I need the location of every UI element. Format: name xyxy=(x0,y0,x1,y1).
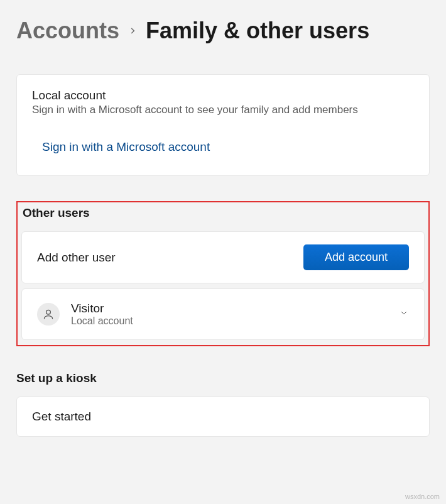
other-users-heading: Other users xyxy=(21,206,425,220)
local-account-title: Local account xyxy=(32,89,414,102)
breadcrumb: Accounts Family & other users xyxy=(16,18,430,44)
kiosk-section: Set up a kiosk Get started xyxy=(16,371,430,437)
user-name: Visitor xyxy=(71,302,133,315)
user-row-visitor[interactable]: Visitor Local account xyxy=(21,288,425,340)
local-account-card: Local account Sign in with a Microsoft a… xyxy=(16,74,430,176)
kiosk-get-started-row[interactable]: Get started xyxy=(16,397,430,437)
kiosk-heading: Set up a kiosk xyxy=(16,371,430,385)
chevron-down-icon[interactable] xyxy=(399,308,409,320)
other-users-section-highlight: Other users Add other user Add account V… xyxy=(16,201,430,346)
user-type: Local account xyxy=(71,315,133,327)
page-title: Family & other users xyxy=(146,18,369,44)
add-other-user-row: Add other user Add account xyxy=(21,231,425,283)
person-icon xyxy=(42,308,55,320)
avatar xyxy=(37,303,60,326)
add-account-button[interactable]: Add account xyxy=(303,244,409,270)
chevron-right-icon xyxy=(128,23,137,39)
local-account-description: Sign in with a Microsoft account to see … xyxy=(32,104,414,116)
signin-microsoft-link[interactable]: Sign in with a Microsoft account xyxy=(42,140,414,154)
kiosk-get-started-label: Get started xyxy=(32,410,91,424)
svg-point-0 xyxy=(46,310,51,314)
breadcrumb-parent[interactable]: Accounts xyxy=(16,18,119,44)
watermark: wsxdn.com xyxy=(405,493,440,500)
add-other-user-label: Add other user xyxy=(37,251,116,265)
